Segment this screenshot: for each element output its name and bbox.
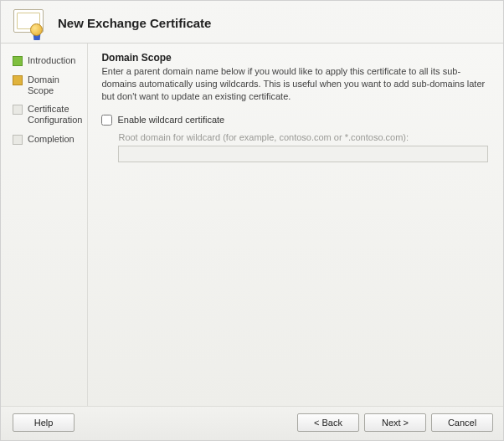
cancel-button[interactable]: Cancel (431, 413, 493, 432)
footer: Help < Back Next > Cancel (1, 406, 503, 440)
root-domain-label: Root domain for wildcard (for example, c… (118, 132, 488, 142)
sidebar-step-certificate-configuration[interactable]: Certificate Configuration (13, 104, 82, 125)
root-domain-block: Root domain for wildcard (for example, c… (118, 132, 488, 162)
enable-wildcard-label: Enable wildcard certificate (117, 115, 224, 125)
header: New Exchange Certificate (1, 1, 503, 43)
back-button[interactable]: < Back (297, 413, 359, 432)
step-status-icon (13, 105, 23, 115)
help-button[interactable]: Help (13, 413, 75, 432)
root-domain-input[interactable] (118, 146, 488, 162)
content-panel: Domain Scope Enter a parent domain name … (88, 44, 503, 406)
sidebar-step-introduction[interactable]: Introduction (13, 55, 82, 66)
step-label: Certificate Configuration (28, 104, 82, 125)
step-status-icon (13, 135, 23, 145)
certificate-icon (11, 8, 46, 38)
section-description: Enter a parent domain name below if you … (101, 65, 488, 103)
step-label: Domain Scope (28, 74, 82, 95)
section-title: Domain Scope (101, 52, 488, 64)
enable-wildcard-row[interactable]: Enable wildcard certificate (101, 115, 488, 126)
body: Introduction Domain Scope Certificate Co… (1, 44, 503, 406)
page-title: New Exchange Certificate (58, 16, 211, 30)
next-button[interactable]: Next > (364, 413, 426, 432)
wizard-window: New Exchange Certificate Introduction Do… (0, 0, 504, 441)
step-status-icon (13, 56, 23, 66)
step-label: Introduction (28, 55, 75, 66)
step-status-icon (13, 75, 23, 85)
sidebar-step-completion[interactable]: Completion (13, 134, 82, 145)
enable-wildcard-checkbox[interactable] (101, 115, 112, 126)
sidebar: Introduction Domain Scope Certificate Co… (1, 44, 88, 406)
sidebar-step-domain-scope[interactable]: Domain Scope (13, 74, 82, 95)
step-label: Completion (28, 134, 75, 145)
